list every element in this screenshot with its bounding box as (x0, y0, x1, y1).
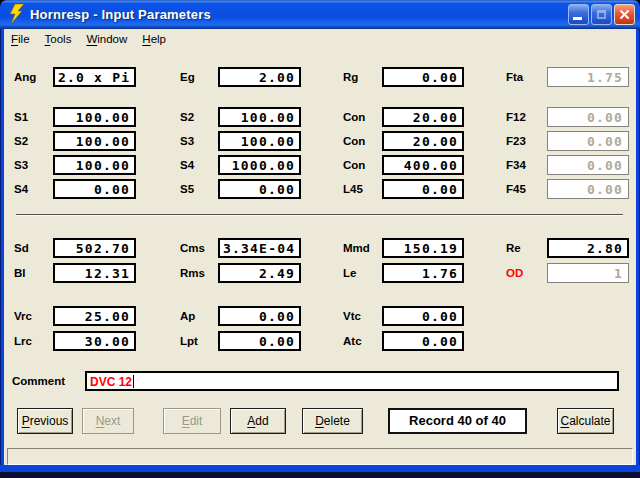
field-atc[interactable]: 0.00 (382, 331, 464, 351)
field-cms[interactable]: 3.34E-04 (218, 238, 301, 258)
add-button[interactable]: Add (230, 408, 286, 434)
field-vrc[interactable]: 25.00 (53, 306, 136, 326)
param-row: S4 0.00 S5 0.00 L45 0.00 F45 0.00 (0, 179, 640, 199)
field-vtc[interactable]: 0.00 (382, 306, 464, 326)
close-button[interactable] (614, 4, 635, 25)
status-bar (7, 448, 633, 465)
text-cursor (133, 375, 134, 388)
comment-row: Comment DVC 12 (0, 371, 640, 391)
record-indicator: Record 40 of 40 (388, 408, 527, 434)
label-ap: Ap (180, 310, 195, 322)
label-f34: F34 (506, 159, 526, 171)
field-le[interactable]: 1.76 (382, 263, 464, 283)
field-s5[interactable]: 0.00 (218, 179, 301, 199)
label-s2b: S2 (14, 135, 28, 147)
field-rg[interactable]: 0.00 (382, 67, 464, 87)
label-s3a: S3 (180, 135, 194, 147)
label-od: OD (506, 267, 523, 279)
label-con2: Con (343, 135, 365, 147)
window-shadow-strip (0, 472, 640, 478)
label-lrc: Lrc (14, 335, 32, 347)
comment-field[interactable]: DVC 12 (85, 371, 619, 391)
field-s3a[interactable]: 100.00 (218, 131, 301, 151)
delete-button[interactable]: Delete (302, 408, 363, 434)
label-f12: F12 (506, 111, 526, 123)
label-mmd: Mmd (343, 242, 370, 254)
window-controls (568, 4, 635, 25)
param-row: Sd 502.70 Cms 3.34E-04 Mmd 150.19 Re 2.8… (0, 238, 640, 258)
comment-value: DVC 12 (90, 375, 132, 389)
menu-bar: File Tools Window Help (4, 29, 636, 48)
previous-button[interactable]: Previous (17, 408, 73, 434)
label-vtc: Vtc (343, 310, 361, 322)
field-lpt[interactable]: 0.00 (218, 331, 301, 351)
comment-label: Comment (12, 375, 65, 387)
param-row: Bl 12.31 Rms 2.49 Le 1.76 OD 1 (0, 263, 640, 283)
label-rg: Rg (343, 71, 358, 83)
field-eg[interactable]: 2.00 (218, 67, 301, 87)
field-s1[interactable]: 100.00 (53, 107, 136, 127)
next-button: Next (82, 408, 134, 434)
field-f23: 0.00 (547, 131, 629, 151)
field-s4b[interactable]: 0.00 (53, 179, 136, 199)
field-ang[interactable]: 2.0 x Pi (53, 67, 136, 87)
label-s3b: S3 (14, 159, 28, 171)
label-s5: S5 (180, 183, 194, 195)
close-icon (619, 9, 630, 20)
field-l45[interactable]: 0.00 (382, 179, 464, 199)
label-s4b: S4 (14, 183, 28, 195)
field-s3b[interactable]: 100.00 (53, 155, 136, 175)
separator-line (16, 214, 623, 216)
field-con2[interactable]: 20.00 (382, 131, 464, 151)
label-con1: Con (343, 111, 365, 123)
window-border-bottom (0, 465, 640, 472)
window-title: Hornresp - Input Parameters (30, 7, 211, 22)
label-cms: Cms (180, 242, 205, 254)
field-s2b[interactable]: 100.00 (53, 131, 136, 151)
label-le: Le (343, 267, 356, 279)
field-bl[interactable]: 12.31 (53, 263, 136, 283)
param-row: S1 100.00 S2 100.00 Con 20.00 F12 0.00 (0, 107, 640, 127)
field-lrc[interactable]: 30.00 (53, 331, 136, 351)
label-atc: Atc (343, 335, 362, 347)
label-s4a: S4 (180, 159, 194, 171)
field-fta: 1.75 (547, 67, 629, 87)
label-sd: Sd (14, 242, 29, 254)
field-od: 1 (547, 263, 629, 283)
param-row: S3 100.00 S4 1000.00 Con 400.00 F34 0.00 (0, 155, 640, 175)
param-row: Ang 2.0 x Pi Eg 2.00 Rg 0.00 Fta 1.75 (0, 67, 640, 87)
label-rms: Rms (180, 267, 205, 279)
menu-tools[interactable]: Tools (45, 33, 72, 45)
label-eg: Eg (180, 71, 195, 83)
field-sd[interactable]: 502.70 (53, 238, 136, 258)
field-rms[interactable]: 2.49 (218, 263, 301, 283)
field-s2a[interactable]: 100.00 (218, 107, 301, 127)
menu-file[interactable]: File (11, 33, 30, 45)
field-s4a[interactable]: 1000.00 (218, 155, 301, 175)
field-con3[interactable]: 400.00 (382, 155, 464, 175)
label-con3: Con (343, 159, 365, 171)
field-f45: 0.00 (547, 179, 629, 199)
label-re: Re (506, 242, 521, 254)
param-row: Vrc 25.00 Ap 0.00 Vtc 0.00 (0, 306, 640, 326)
menu-help[interactable]: Help (142, 33, 166, 45)
field-con1[interactable]: 20.00 (382, 107, 464, 127)
titlebar[interactable]: Hornresp - Input Parameters (0, 0, 640, 29)
menu-window[interactable]: Window (86, 33, 127, 45)
param-row: S2 100.00 S3 100.00 Con 20.00 F23 0.00 (0, 131, 640, 151)
minimize-icon (573, 17, 582, 20)
lightning-bolt-icon (8, 4, 26, 25)
param-row: Lrc 30.00 Lpt 0.00 Atc 0.00 (0, 331, 640, 351)
field-f34: 0.00 (547, 155, 629, 175)
field-f12: 0.00 (547, 107, 629, 127)
field-re[interactable]: 2.80 (547, 238, 629, 258)
minimize-button[interactable] (568, 4, 589, 25)
calculate-button[interactable]: Calculate (557, 408, 614, 434)
field-mmd[interactable]: 150.19 (382, 238, 464, 258)
label-l45: L45 (343, 183, 363, 195)
field-ap[interactable]: 0.00 (218, 306, 301, 326)
label-s2a: S2 (180, 111, 194, 123)
label-f45: F45 (506, 183, 526, 195)
maximize-icon (597, 10, 606, 19)
label-f23: F23 (506, 135, 526, 147)
